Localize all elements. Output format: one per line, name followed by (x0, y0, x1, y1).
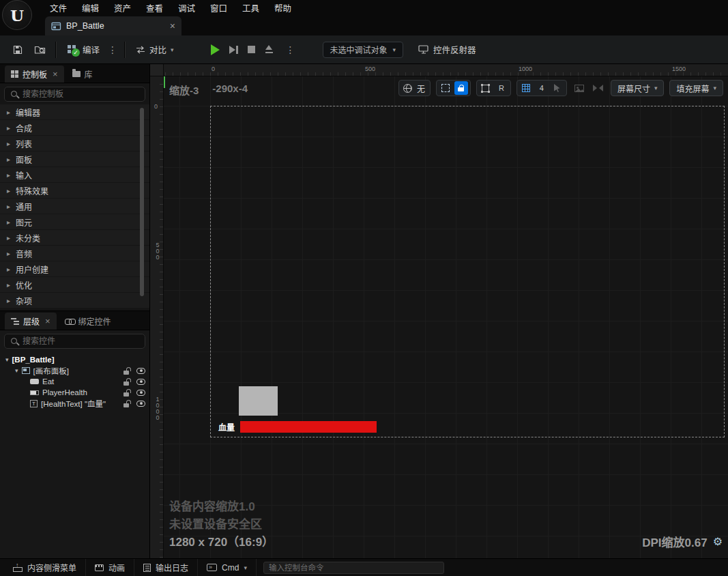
lock-icon[interactable] (123, 400, 131, 407)
menu-edit[interactable]: 编辑 (74, 0, 106, 15)
localization-preview-button[interactable]: 无 (398, 80, 431, 96)
fill-screen-dropdown[interactable]: 填充屏幕 ▾ (669, 80, 723, 96)
expand-arrow-icon[interactable]: ▸ (7, 109, 10, 116)
hierarchy-tab-close-icon[interactable]: × (45, 316, 50, 326)
collapse-arrow-icon[interactable]: ▾ (5, 356, 9, 363)
flip-preview-button[interactable] (592, 81, 605, 95)
snap-cursor-button[interactable] (551, 81, 564, 95)
save-button[interactable] (7, 40, 29, 60)
screen-size-dropdown[interactable]: 屏幕尺寸 ▾ (611, 80, 665, 96)
content-drawer-button[interactable]: 内容侧滑菜单 (4, 559, 86, 576)
tab-bp-battle[interactable]: BP_Battle × (45, 16, 181, 35)
debug-object-dropdown[interactable]: 未选中调试对象 ▾ (323, 42, 404, 58)
tree-row-playerhealth[interactable]: PlayerHealth (0, 387, 149, 398)
collapse-arrow-icon[interactable]: ▾ (15, 367, 18, 374)
palette-category[interactable]: ▸音频 (0, 246, 149, 261)
menu-asset[interactable]: 资产 (106, 0, 139, 15)
menu-window[interactable]: 窗口 (203, 0, 235, 15)
lock-icon[interactable] (123, 378, 131, 386)
tab-palette[interactable]: 控制板 × (5, 66, 64, 83)
preview-background-button[interactable] (572, 81, 586, 95)
cmd-dropdown[interactable]: Cmd ▾ (198, 559, 257, 576)
palette-category[interactable]: ▸特殊效果 (0, 183, 149, 199)
expand-arrow-icon[interactable]: ▸ (7, 124, 10, 132)
palette-category[interactable]: ▸用户创建 (0, 261, 149, 277)
expand-arrow-icon[interactable]: ▸ (7, 218, 10, 226)
palette-category[interactable]: ▸图元 (0, 214, 149, 230)
expand-arrow-icon[interactable]: ▸ (7, 203, 10, 210)
content-drawer-icon (13, 564, 23, 572)
unreal-logo[interactable]: U (2, 0, 32, 30)
palette-category[interactable]: ▸合成 (0, 120, 149, 136)
design-canvas[interactable]: 缩放-3 -290x-4 无 R (164, 76, 728, 558)
visibility-eye-icon[interactable] (136, 379, 145, 385)
playerhealth-progressbar-widget[interactable] (240, 421, 377, 433)
expand-arrow-icon[interactable]: ▸ (7, 265, 10, 273)
palette-category[interactable]: ▸通用 (0, 199, 149, 214)
dpi-settings-gear-icon[interactable]: ⚙ (713, 535, 723, 548)
menu-tools[interactable]: 工具 (235, 0, 267, 15)
palette-category[interactable]: ▸未分类 (0, 230, 149, 246)
menu-help[interactable]: 帮助 (267, 0, 299, 15)
eject-button[interactable] (265, 45, 274, 54)
expand-arrow-icon[interactable]: ▸ (7, 156, 10, 163)
palette-scrollbar[interactable] (140, 108, 144, 296)
workspace: 控制板 × 库 ▸编辑器 ▸合成 ▸列表 ▸面板 (0, 64, 728, 558)
lock-icon[interactable] (123, 367, 131, 375)
visibility-eye-icon[interactable] (136, 390, 145, 396)
health-text-widget[interactable]: 血量 (218, 421, 235, 433)
browse-to-asset-button[interactable] (29, 40, 51, 60)
console-command-input[interactable] (263, 562, 444, 574)
grid-snap-size[interactable]: 4 (535, 81, 549, 95)
palette-category[interactable]: ▸面板 (0, 152, 149, 167)
tree-row-eat[interactable]: Eat (0, 376, 149, 387)
tab-close-icon[interactable]: × (170, 21, 175, 31)
compile-button[interactable]: ✓ 编译 (61, 40, 105, 60)
expand-arrow-icon[interactable]: ▸ (7, 171, 10, 179)
widget-reflector-button[interactable]: 控件反射器 (413, 40, 482, 60)
palette-tab-close-icon[interactable]: × (53, 69, 58, 79)
palette-category[interactable]: ▸列表 (0, 136, 149, 152)
compile-options-icon[interactable]: ⋮ (105, 44, 120, 55)
menu-view[interactable]: 查看 (139, 0, 171, 15)
hierarchy-search-box (4, 334, 145, 349)
play-options-icon[interactable]: ⋮ (283, 44, 298, 55)
stop-button[interactable] (248, 46, 255, 53)
outline-toggle-button[interactable] (439, 81, 452, 95)
expand-arrow-icon[interactable]: ▸ (7, 140, 10, 147)
rotation-reset-button[interactable]: R (495, 81, 508, 95)
palette-search-input[interactable] (23, 89, 139, 99)
step-forward-button[interactable] (229, 46, 238, 54)
diff-button[interactable]: 对比 ▾ (130, 40, 179, 60)
expand-arrow-icon[interactable]: ▸ (7, 281, 10, 289)
menu-file[interactable]: 文件 (42, 0, 74, 15)
bind-widgets-icon (65, 318, 74, 324)
expand-arrow-icon[interactable]: ▸ (7, 297, 10, 304)
output-log-button[interactable]: 输出日志 (134, 559, 198, 576)
menu-debug[interactable]: 调试 (171, 0, 203, 15)
expand-arrow-icon[interactable]: ▸ (7, 250, 10, 257)
expand-arrow-icon[interactable]: ▸ (7, 234, 10, 242)
tree-row-canvas-panel[interactable]: ▾ [画布面板] (0, 365, 149, 376)
visibility-eye-icon[interactable] (136, 401, 145, 407)
animation-button[interactable]: 动画 (86, 559, 134, 576)
palette-category[interactable]: ▸优化 (0, 277, 149, 293)
hierarchy-search-input[interactable] (23, 336, 139, 346)
play-button[interactable] (211, 44, 220, 55)
grid-snap-button[interactable] (519, 81, 533, 95)
eat-button-widget[interactable] (239, 386, 278, 416)
tree-row-healthtext[interactable]: [HealthText] "血量" (0, 398, 149, 409)
transform-box-button[interactable] (479, 81, 493, 95)
lock-widgets-button[interactable] (454, 81, 468, 95)
palette-category[interactable]: ▸输入 (0, 167, 149, 183)
tree-row-bp-battle[interactable]: ▾ [BP_Battle] (0, 354, 149, 365)
expand-arrow-icon[interactable]: ▸ (7, 187, 10, 195)
tab-hierarchy[interactable]: 层级 × (5, 313, 57, 330)
visibility-eye-icon[interactable] (136, 368, 145, 374)
palette-panel: 控制板 × 库 ▸编辑器 ▸合成 ▸列表 ▸面板 (0, 64, 149, 311)
tab-bind-widgets[interactable]: 绑定控件 (59, 313, 117, 330)
palette-category[interactable]: ▸杂项 (0, 293, 149, 308)
lock-icon[interactable] (123, 389, 131, 397)
palette-category[interactable]: ▸编辑器 (0, 104, 149, 120)
tab-library[interactable]: 库 (66, 66, 99, 83)
